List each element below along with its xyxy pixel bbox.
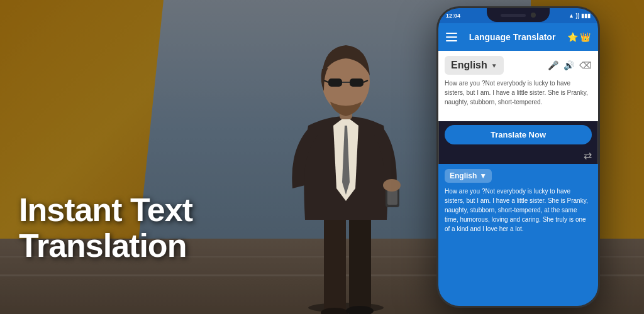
- hamburger-icon[interactable]: [446, 33, 457, 41]
- app-title: Language Translator: [462, 32, 562, 42]
- input-text-content[interactable]: How are you ?Not everybody is lucky to h…: [445, 78, 592, 116]
- man-silhouette: [226, 0, 465, 314]
- svg-point-7: [383, 179, 401, 192]
- svg-rect-10: [328, 78, 342, 87]
- star-icons: ⭐ 👑: [567, 32, 591, 42]
- crown-icon: 👑: [580, 32, 591, 42]
- speaker-notch: [501, 14, 526, 17]
- camera-notch: [531, 13, 536, 18]
- output-text-content: How are you ?Not everybody is lucky to h…: [445, 187, 592, 234]
- hero-title-line1: Instant Text: [19, 192, 192, 228]
- svg-rect-2: [349, 214, 371, 311]
- output-language-selector: English ▼: [445, 169, 592, 183]
- input-language-label: English: [451, 60, 487, 71]
- phone-content: 12:04 ▲ )) ▮▮▮ Language Translator ⭐ 👑: [438, 8, 598, 306]
- svg-rect-1: [324, 214, 346, 314]
- shuffle-icon[interactable]: ⇄: [584, 149, 592, 161]
- output-section: English ▼ How are you ?Not everybody is …: [438, 164, 598, 306]
- speaker-icon[interactable]: 🔊: [564, 60, 574, 70]
- delete-icon[interactable]: ⌫: [579, 60, 592, 70]
- star-icon-1: ⭐: [567, 32, 578, 42]
- phone-notch: [487, 8, 550, 22]
- output-language-label: English: [450, 171, 477, 180]
- phone-mockup: 12:04 ▲ )) ▮▮▮ Language Translator ⭐ 👑: [436, 6, 606, 308]
- input-action-icons: 🎤 🔊 ⌫: [548, 60, 592, 70]
- app-header: Language Translator ⭐ 👑: [438, 23, 598, 51]
- input-section: English ▼ 🎤 🔊 ⌫ How are you ?Not everybo…: [438, 51, 598, 121]
- output-language-button[interactable]: English ▼: [445, 169, 492, 183]
- hero-title-line2: Translation: [19, 227, 186, 264]
- input-language-arrow: ▼: [491, 62, 497, 69]
- translate-now-button[interactable]: Translate Now: [445, 125, 592, 144]
- output-language-arrow: ▼: [479, 171, 487, 180]
- input-language-selector: English ▼ 🎤 🔊 ⌫: [445, 56, 592, 75]
- input-language-button[interactable]: English ▼: [445, 56, 504, 75]
- mic-icon[interactable]: 🎤: [548, 60, 558, 70]
- svg-rect-11: [350, 78, 364, 87]
- status-time: 12:04: [446, 13, 460, 19]
- status-icons: ▲ )) ▮▮▮: [569, 13, 591, 19]
- shuffle-row: ⇄: [438, 148, 598, 164]
- hero-text-block: Instant Text Translation: [19, 192, 192, 264]
- phone-frame: 12:04 ▲ )) ▮▮▮ Language Translator ⭐ 👑: [436, 6, 600, 308]
